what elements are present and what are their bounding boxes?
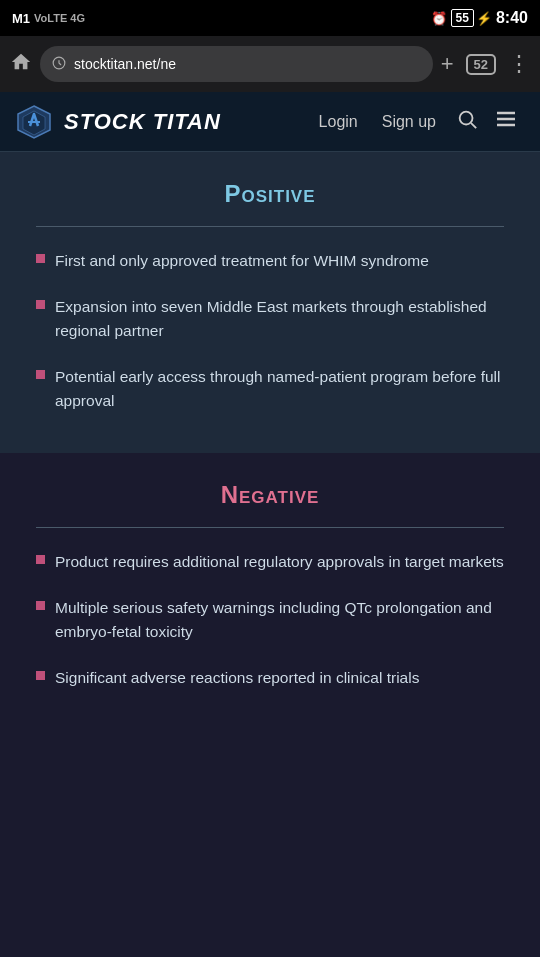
status-right: ⏰ 55 ⚡ 8:40 [431,9,528,27]
signup-link[interactable]: Sign up [372,107,446,137]
battery-indicator: 55 ⚡ [451,9,492,27]
negative-item-3: Significant adverse reactions reported i… [55,666,419,690]
bullet-icon [36,370,45,379]
positive-section: Positive First and only approved treatme… [0,152,540,453]
login-link[interactable]: Login [309,107,368,137]
battery-percent: 55 [451,9,474,27]
nav-links: Login Sign up [309,101,524,143]
positive-item-3: Potential early access through named-pat… [55,365,504,413]
bottom-spacer [0,730,540,770]
charging-icon: ⚡ [476,11,492,26]
svg-point-3 [460,112,473,125]
positive-item-2: Expansion into seven Middle East markets… [55,295,504,343]
search-icon[interactable] [450,102,484,141]
url-security-icon [52,56,66,73]
positive-list: First and only approved treatment for WH… [36,249,504,413]
list-item: First and only approved treatment for WH… [36,249,504,273]
browser-bar: stocktitan.net/ne + 52 ⋮ [0,36,540,92]
list-item: Multiple serious safety warnings includi… [36,596,504,644]
status-bar: M1 VoLTE 4G ⏰ 55 ⚡ 8:40 [0,0,540,36]
status-left: M1 VoLTE 4G [12,11,85,26]
negative-list: Product requires additional regulatory a… [36,550,504,690]
list-item: Potential early access through named-pat… [36,365,504,413]
negative-title: Negative [36,481,504,509]
browser-actions: + 52 ⋮ [441,51,530,77]
negative-divider [36,527,504,528]
more-menu-button[interactable]: ⋮ [508,51,530,77]
url-text: stocktitan.net/ne [74,56,176,72]
add-tab-button[interactable]: + [441,51,454,77]
carrier-label: M1 [12,11,30,26]
network-type-label: VoLTE 4G [34,12,85,24]
url-bar[interactable]: stocktitan.net/ne [40,46,433,82]
positive-divider [36,226,504,227]
positive-title: Positive [36,180,504,208]
tab-count-badge[interactable]: 52 [466,54,496,75]
negative-item-1: Product requires additional regulatory a… [55,550,504,574]
list-item: Product requires additional regulatory a… [36,550,504,574]
home-button[interactable] [10,51,32,78]
bullet-icon [36,254,45,263]
negative-item-2: Multiple serious safety warnings includi… [55,596,504,644]
bullet-icon [36,671,45,680]
negative-section: Negative Product requires additional reg… [0,453,540,730]
list-item: Significant adverse reactions reported i… [36,666,504,690]
logo-text: STOCK TITAN [64,109,221,135]
bullet-icon [36,300,45,309]
nav-bar: STOCK TITAN Login Sign up [0,92,540,152]
alarm-icon: ⏰ [431,11,447,26]
bullet-icon [36,601,45,610]
svg-line-4 [471,123,476,128]
logo-icon [16,104,52,140]
hamburger-menu-icon[interactable] [488,101,524,143]
main-content: Positive First and only approved treatme… [0,152,540,770]
bullet-icon [36,555,45,564]
list-item: Expansion into seven Middle East markets… [36,295,504,343]
time-label: 8:40 [496,9,528,27]
positive-item-1: First and only approved treatment for WH… [55,249,429,273]
